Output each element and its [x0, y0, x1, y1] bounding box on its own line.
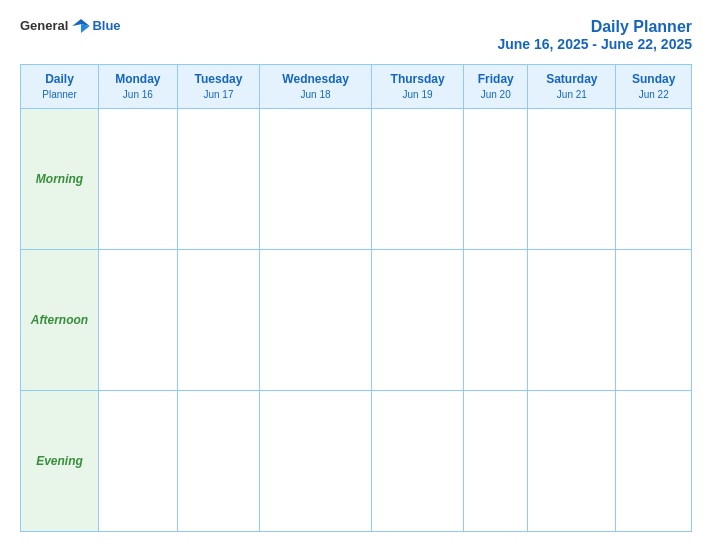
cell-morning-thursday[interactable]	[371, 109, 463, 250]
cell-morning-sunday[interactable]	[616, 109, 692, 250]
table-row: Morning	[21, 109, 692, 250]
header-col-monday: MondayJun 16	[99, 65, 178, 109]
logo-general: General	[20, 18, 68, 33]
page: General Blue Daily Planner June 16, 2025…	[0, 0, 712, 550]
cell-evening-thursday[interactable]	[371, 391, 463, 532]
cell-afternoon-wednesday[interactable]	[260, 250, 372, 391]
cell-afternoon-monday[interactable]	[99, 250, 178, 391]
planner-table: Daily Planner MondayJun 16TuesdayJun 17W…	[20, 64, 692, 532]
table-header-row: Daily Planner MondayJun 16TuesdayJun 17W…	[21, 65, 692, 109]
row-label-evening: Evening	[21, 391, 99, 532]
row-label-morning: Morning	[21, 109, 99, 250]
table-row: Afternoon	[21, 250, 692, 391]
cell-morning-saturday[interactable]	[528, 109, 616, 250]
cell-morning-monday[interactable]	[99, 109, 178, 250]
row-label-afternoon: Afternoon	[21, 250, 99, 391]
cell-afternoon-thursday[interactable]	[371, 250, 463, 391]
date-range: June 16, 2025 - June 22, 2025	[497, 36, 692, 52]
cell-evening-tuesday[interactable]	[177, 391, 260, 532]
header-col-wednesday: WednesdayJun 18	[260, 65, 372, 109]
cell-afternoon-tuesday[interactable]	[177, 250, 260, 391]
cell-afternoon-sunday[interactable]	[616, 250, 692, 391]
logo-text: General Blue	[20, 18, 121, 33]
logo-bird-icon	[72, 19, 90, 33]
header-label-line1: Daily	[23, 71, 96, 88]
header-col-saturday: SaturdayJun 21	[528, 65, 616, 109]
header: General Blue Daily Planner June 16, 2025…	[20, 18, 692, 52]
cell-evening-sunday[interactable]	[616, 391, 692, 532]
header-label-cell: Daily Planner	[21, 65, 99, 109]
cell-morning-friday[interactable]	[464, 109, 528, 250]
header-label-line2: Planner	[23, 88, 96, 102]
header-col-thursday: ThursdayJun 19	[371, 65, 463, 109]
cell-afternoon-saturday[interactable]	[528, 250, 616, 391]
cell-afternoon-friday[interactable]	[464, 250, 528, 391]
header-col-friday: FridayJun 20	[464, 65, 528, 109]
title-area: Daily Planner June 16, 2025 - June 22, 2…	[497, 18, 692, 52]
cell-evening-monday[interactable]	[99, 391, 178, 532]
header-col-sunday: SundayJun 22	[616, 65, 692, 109]
cell-evening-wednesday[interactable]	[260, 391, 372, 532]
header-col-tuesday: TuesdayJun 17	[177, 65, 260, 109]
page-title: Daily Planner	[497, 18, 692, 36]
logo-area: General Blue	[20, 18, 121, 33]
table-row: Evening	[21, 391, 692, 532]
logo-blue: Blue	[92, 18, 120, 33]
cell-morning-tuesday[interactable]	[177, 109, 260, 250]
cell-evening-friday[interactable]	[464, 391, 528, 532]
cell-evening-saturday[interactable]	[528, 391, 616, 532]
cell-morning-wednesday[interactable]	[260, 109, 372, 250]
